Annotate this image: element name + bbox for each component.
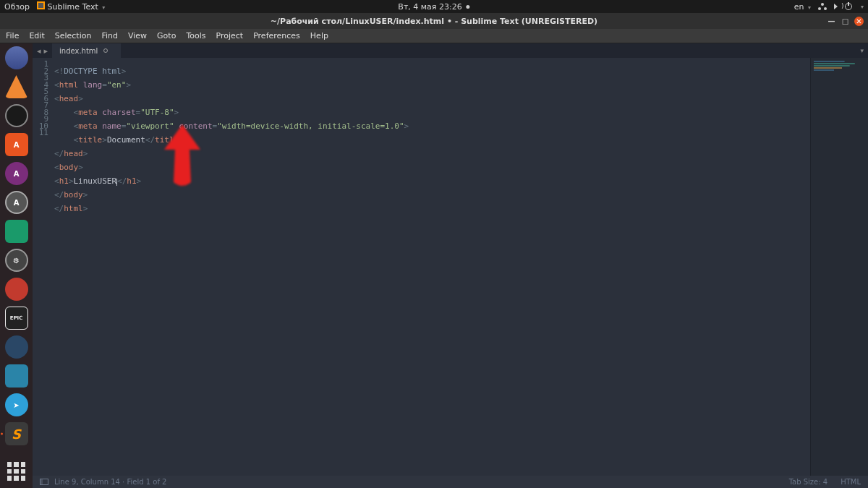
menu-selection[interactable]: Selection	[55, 31, 92, 40]
system-top-bar: Обзор Sublime Text ▾ Вт, 4 мая 23:26 en …	[0, 0, 868, 13]
menu-help[interactable]: Help	[310, 31, 328, 40]
dock: A A A ⚙ EPIC ➤	[0, 43, 33, 488]
menu-preferences[interactable]: Preferences	[253, 31, 300, 40]
window-maximize-button[interactable]: □	[841, 17, 850, 26]
tab-overflow-icon[interactable]: ▾	[860, 47, 864, 54]
menu-project[interactable]: Project	[216, 31, 244, 40]
clock[interactable]: Вт, 4 мая 23:26	[398, 2, 469, 12]
focused-app-indicator[interactable]: Sublime Text ▾	[37, 1, 105, 12]
lang-label: en	[794, 2, 804, 12]
dock-hardware-icon[interactable]	[5, 220, 28, 243]
menu-file[interactable]: File	[6, 31, 19, 40]
volume-icon[interactable]	[834, 4, 838, 9]
keyboard-layout-indicator[interactable]: en ▾	[794, 2, 811, 12]
tab-size-label[interactable]: Tab Size: 4	[789, 478, 828, 486]
chevron-down-icon: ▾	[808, 4, 811, 11]
dock-chromium-icon[interactable]	[5, 46, 28, 69]
dock-updates-icon[interactable]: A	[5, 191, 28, 214]
dock-telegram-icon[interactable]: ➤	[5, 393, 28, 416]
dock-app-red-icon[interactable]	[5, 278, 28, 301]
status-bar: Line 9, Column 14 · Field 1 of 2 Tab Siz…	[33, 476, 868, 488]
dock-vlc-icon[interactable]	[5, 75, 28, 98]
power-icon[interactable]	[845, 3, 852, 10]
activities-button[interactable]: Обзор	[4, 2, 30, 12]
cursor-position-label[interactable]: Line 9, Column 14 · Field 1 of 2	[54, 478, 166, 486]
menu-bar: File Edit Selection Find View Goto Tools…	[0, 29, 868, 43]
window-title: ~/Рабочий стол/LinuxUSER/index.html • - …	[271, 17, 597, 26]
dock-software-store-icon[interactable]: A	[5, 133, 28, 156]
side-panel-toggle-icon[interactable]	[40, 479, 48, 485]
code-editor[interactable]: <!DOCTYPE html> <html lang="en"> <head> …	[53, 58, 810, 476]
notification-dot-icon	[467, 5, 470, 9]
dock-show-apps-icon[interactable]	[7, 462, 26, 481]
datetime-label: Вт, 4 мая 23:26	[398, 2, 461, 12]
tab-history-back-icon[interactable]: ◂	[35, 46, 43, 56]
tab-history-forward-icon[interactable]: ▸	[43, 46, 50, 56]
minimap-content	[814, 61, 865, 72]
dock-epic-icon[interactable]: EPIC	[5, 307, 28, 330]
menu-tools[interactable]: Tools	[186, 31, 205, 40]
menu-goto[interactable]: Goto	[157, 31, 176, 40]
syntax-label[interactable]: HTML	[841, 478, 861, 486]
dirty-indicator-icon	[103, 48, 108, 53]
window-close-button[interactable]: ✕	[854, 17, 864, 26]
menu-find[interactable]: Find	[101, 31, 118, 40]
network-icon[interactable]	[818, 3, 827, 10]
focused-app-label: Sublime Text	[48, 2, 98, 12]
line-number-gutter: 123 456 789 1011	[33, 58, 53, 476]
menu-view[interactable]: View	[128, 31, 147, 40]
menu-edit[interactable]: Edit	[29, 31, 44, 40]
dock-settings-icon[interactable]: ⚙	[5, 249, 28, 272]
sublime-appicon	[37, 1, 45, 9]
window-minimize-button[interactable]: —	[827, 17, 836, 26]
editor-pane: ◂ ▸ index.html ▾ 123 456 789 1011 <!DOCT…	[33, 43, 868, 488]
dock-steam-icon[interactable]	[5, 335, 28, 359]
dock-obs-icon[interactable]	[5, 104, 28, 127]
window-titlebar[interactable]: ~/Рабочий стол/LinuxUSER/index.html • - …	[0, 13, 868, 29]
tab-label: index.html	[59, 47, 98, 55]
tab-bar: ◂ ▸ index.html ▾	[33, 43, 868, 58]
dock-battlenet-icon[interactable]	[5, 364, 28, 388]
chevron-down-icon: ▾	[102, 4, 105, 11]
chevron-down-icon[interactable]: ▾	[861, 4, 864, 10]
dock-app-icon[interactable]: A	[5, 162, 28, 185]
dock-sublime-icon[interactable]	[5, 422, 28, 445]
minimap[interactable]	[810, 58, 868, 476]
tab-index-html[interactable]: index.html	[52, 43, 121, 58]
